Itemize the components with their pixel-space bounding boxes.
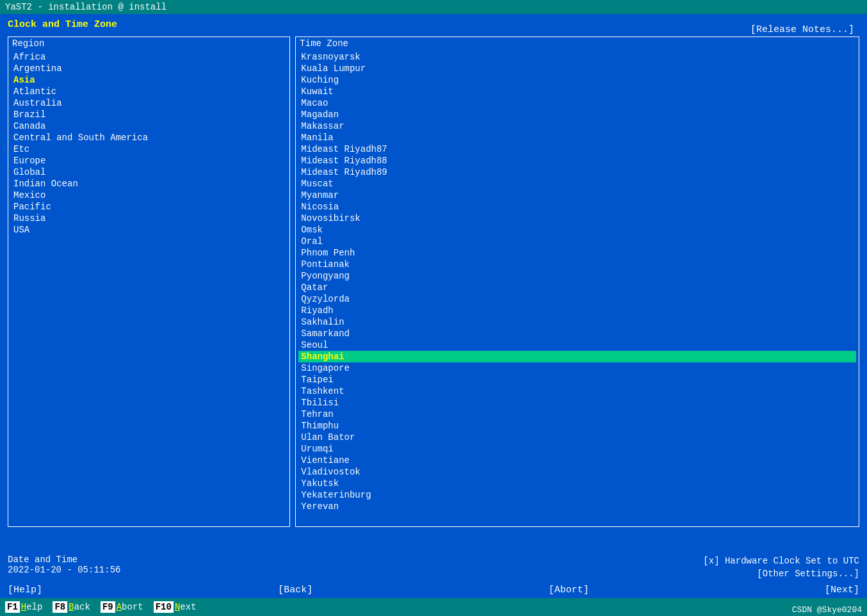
next-nav[interactable]: [Next] (825, 585, 859, 596)
timezone-list-item[interactable]: Vladivostok (298, 466, 856, 478)
timezone-list-item[interactable]: Omsk (298, 224, 856, 236)
help-nav[interactable]: [Help] (8, 585, 42, 596)
timezone-list-item[interactable]: Makassar (298, 120, 856, 132)
timezone-list-item[interactable]: Oral (298, 236, 856, 247)
other-settings-button[interactable]: [Other Settings...] (757, 569, 859, 579)
timezone-list-item[interactable]: Nicosia (298, 201, 856, 213)
f9-label: Abort (117, 602, 143, 612)
f10-num: F10 (154, 601, 174, 613)
timezone-list-item[interactable]: Mideast Riyadh87 (298, 143, 856, 155)
f1-key[interactable]: F1 Help (3, 600, 45, 614)
region-list-item[interactable]: Africa (11, 51, 287, 63)
page-heading: Clock and Time Zone (8, 19, 859, 30)
region-list-item[interactable]: Global (11, 166, 287, 178)
f8-key[interactable]: F8 Back (50, 600, 92, 614)
timezone-list-item[interactable]: Qyzylorda (298, 293, 856, 305)
timezone-list-item[interactable]: Yakutsk (298, 478, 856, 489)
region-list[interactable]: AfricaArgentinaAsiaAtlanticAustraliaBraz… (8, 50, 289, 526)
region-label: Region (12, 38, 44, 49)
region-list-item[interactable]: Etc (11, 143, 287, 155)
timezone-list-item[interactable]: Seoul (298, 339, 856, 351)
region-list-item[interactable]: Atlantic (11, 86, 287, 97)
region-list-item[interactable]: Russia (11, 213, 287, 224)
timezone-list-item[interactable]: Samarkand (298, 328, 856, 339)
region-list-item[interactable]: Europe (11, 155, 287, 166)
panels-container: Region AfricaArgentinaAsiaAtlanticAustra… (8, 36, 859, 527)
main-content: Clock and Time Zone [Release Notes...] R… (0, 14, 867, 556)
region-list-item[interactable]: Argentina (11, 63, 287, 74)
region-panel: Region AfricaArgentinaAsiaAtlanticAustra… (8, 36, 290, 527)
timezone-list-item[interactable]: Kuching (298, 74, 856, 86)
abort-nav[interactable]: [Abort] (549, 585, 589, 596)
timezone-list-item[interactable]: Yerevan (298, 501, 856, 512)
region-list-item[interactable]: Australia (11, 97, 287, 109)
timezone-list-item[interactable]: Mideast Riyadh88 (298, 155, 856, 166)
region-list-item[interactable]: Central and South America (11, 132, 287, 143)
f1-num: F1 (5, 601, 20, 613)
timezone-list-item[interactable]: Vientiane (298, 455, 856, 466)
timezone-list-item[interactable]: Tashkent (298, 385, 856, 397)
f9-key[interactable]: F9 Abort (98, 600, 146, 614)
timezone-list-item[interactable]: Novosibirsk (298, 213, 856, 224)
title-bar: YaST2 - installation @ install (0, 0, 867, 14)
f10-key[interactable]: F10 Next (151, 600, 199, 614)
release-notes-button[interactable]: [Release Notes...] (750, 24, 854, 35)
region-list-item[interactable]: Canada (11, 120, 287, 132)
timezone-list-item[interactable]: Macao (298, 97, 856, 109)
timezone-panel-title: Time Zone (296, 37, 859, 50)
timezone-list-item[interactable]: Kuala Lumpur (298, 63, 856, 74)
region-list-item[interactable]: Mexico (11, 190, 287, 201)
timezone-list-item[interactable]: Sakhalin (298, 316, 856, 328)
timezone-list-item[interactable]: Yekaterinburg (298, 489, 856, 501)
timezone-list-item[interactable]: Phnom Penh (298, 247, 856, 259)
date-time-value: 2022-01-20 - 05:11:56 (8, 565, 859, 575)
timezone-list-item[interactable]: Riyadh (298, 305, 856, 316)
timezone-label: Time Zone (300, 38, 348, 49)
timezone-list-item[interactable]: Pontianak (298, 259, 856, 270)
timezone-list-item[interactable]: Muscat (298, 178, 856, 190)
title-text: YaST2 - installation @ install (5, 2, 166, 12)
timezone-list-item[interactable]: Tbilisi (298, 397, 856, 409)
nav-bar: [Help] [Back] [Abort] [Next] (0, 582, 867, 598)
timezone-list[interactable]: KrasnoyarskKuala LumpurKuchingKuwaitMaca… (296, 50, 859, 526)
function-bar: F1 Help F8 Back F9 Abort F10 Next (0, 598, 867, 616)
timezone-list-item[interactable]: Taipei (298, 374, 856, 385)
f9-num: F9 (101, 601, 115, 613)
region-list-item[interactable]: USA (11, 224, 287, 236)
region-list-item[interactable]: Pacific (11, 201, 287, 213)
f8-label: Back (69, 602, 90, 612)
timezone-list-item[interactable]: Ulan Bator (298, 432, 856, 443)
timezone-list-item[interactable]: Thimphu (298, 420, 856, 432)
timezone-list-item[interactable]: Manila (298, 132, 856, 143)
f10-label: Next (175, 602, 197, 612)
region-panel-title: Region (8, 37, 289, 50)
f1-label: Help (21, 602, 43, 612)
timezone-list-item[interactable]: Mideast Riyadh89 (298, 166, 856, 178)
hardware-clock[interactable]: [x] Hardware Clock Set to UTC (703, 556, 859, 566)
timezone-list-item[interactable]: Shanghai (298, 351, 856, 362)
f8-num: F8 (53, 601, 67, 613)
region-list-item[interactable]: Asia (11, 74, 287, 86)
timezone-list-item[interactable]: Myanmar (298, 190, 856, 201)
timezone-panel: Time Zone KrasnoyarskKuala LumpurKuching… (295, 36, 859, 527)
timezone-list-item[interactable]: Magadan (298, 109, 856, 120)
region-list-item[interactable]: Brazil (11, 109, 287, 120)
timezone-list-item[interactable]: Kuwait (298, 86, 856, 97)
timezone-list-item[interactable]: Qatar (298, 282, 856, 293)
timezone-list-item[interactable]: Pyongyang (298, 270, 856, 282)
timezone-list-item[interactable]: Urumqi (298, 443, 856, 455)
region-list-item[interactable]: Indian Ocean (11, 178, 287, 190)
timezone-list-item[interactable]: Krasnoyarsk (298, 51, 856, 63)
watermark: CSDN @Skye0204 (792, 605, 862, 615)
back-nav[interactable]: [Back] (278, 585, 312, 596)
timezone-list-item[interactable]: Tehran (298, 409, 856, 420)
timezone-list-item[interactable]: Singapore (298, 362, 856, 374)
